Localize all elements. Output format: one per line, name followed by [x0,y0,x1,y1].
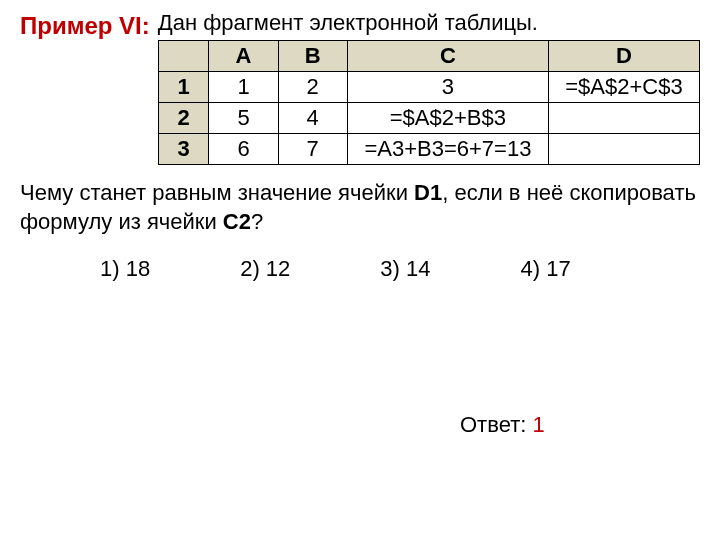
col-header-b: B [278,41,347,72]
col-header-a: A [209,41,278,72]
spreadsheet-table: A B C D 1 1 2 3 =$A$2+C$3 2 5 4 =$A$2+B$… [158,40,700,165]
cell [548,134,699,165]
cell: 6 [209,134,278,165]
col-header-d: D [548,41,699,72]
cell: 2 [278,72,347,103]
cell: 7 [278,134,347,165]
answer-line: Ответ: 1 [460,412,700,438]
q-part: ? [251,209,263,234]
answer-options: 1) 18 2) 12 3) 14 4) 17 [100,256,700,282]
question-text: Чему станет равным значение ячейки D1, е… [20,179,700,236]
example-label: Пример VI: [20,10,150,40]
cell: =$A$2+C$3 [548,72,699,103]
option-2: 2) 12 [240,256,290,282]
corner-cell [158,41,209,72]
cell: 5 [209,103,278,134]
table-row: 1 1 2 3 =$A$2+C$3 [158,72,699,103]
cell: 4 [278,103,347,134]
q-bold: D1 [414,180,442,205]
row-header: 2 [158,103,209,134]
option-1: 1) 18 [100,256,150,282]
table-row: 2 5 4 =$A$2+B$3 [158,103,699,134]
table-row: 3 6 7 =A3+B3=6+7=13 [158,134,699,165]
cell: 3 [347,72,548,103]
q-bold: C2 [223,209,251,234]
option-3: 3) 14 [380,256,430,282]
q-part: , если в неё скопировать [442,180,696,205]
answer-label: Ответ: [460,412,532,437]
row-header: 3 [158,134,209,165]
cell: 1 [209,72,278,103]
cell: =A3+B3=6+7=13 [347,134,548,165]
row-header: 1 [158,72,209,103]
cell: =$A$2+B$3 [347,103,548,134]
intro-and-table: Дан фрагмент электронной таблицы. A B C … [158,10,700,165]
option-4: 4) 17 [520,256,570,282]
q-part: формулу из ячейки [20,209,223,234]
cell [548,103,699,134]
q-part: Чему станет равным значение ячейки [20,180,414,205]
intro-text: Дан фрагмент электронной таблицы. [158,10,700,36]
col-header-c: C [347,41,548,72]
answer-value: 1 [532,412,544,437]
